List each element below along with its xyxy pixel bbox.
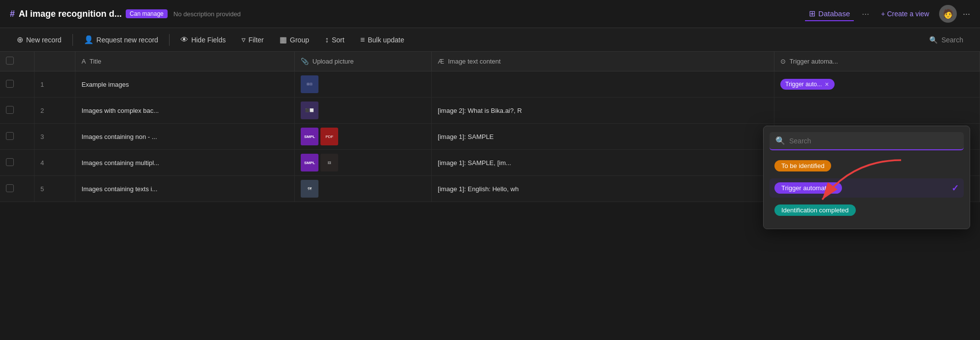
dropdown-option-identification-completed[interactable]: Identification completed [770,201,964,220]
row-checkbox-2[interactable] [6,106,14,114]
request-record-label: Request new record [97,36,158,44]
cell-title-2: Images with complex bac... [75,98,295,124]
row-checkbox-4[interactable] [6,158,14,166]
row-num-5: 5 [40,185,44,193]
thumbnail-5-1: 🗺 [301,180,318,198]
table-container: A Title 📎 Upload picture Æ Image text co… [0,52,980,202]
dropdown-option-trigger-automation[interactable]: Trigger automation ✓ [770,178,964,198]
col-upload: 📎 Upload picture [295,52,432,71]
title-area: # AI image recognition d... Can manage N… [10,9,241,19]
new-record-button[interactable]: ⊕ New record [10,32,69,47]
table-row: 2 Images with complex bac... ⬛⬜ [image 2… [0,98,980,124]
bulk-update-icon: ≡ [360,35,365,44]
trigger-col-icon: ⊙ [780,58,786,65]
trigger-badge-label: Trigger auto... [785,81,822,88]
header-actions: 🧑 ··· [939,5,970,23]
col-title: A Title [75,52,295,71]
hide-fields-label: Hide Fields [191,36,226,44]
cell-checkbox-2[interactable] [0,98,34,124]
new-record-label: New record [26,36,62,44]
upload-col-icon: 📎 [301,58,309,65]
filter-icon: ▿ [242,35,245,44]
avatar[interactable]: 🧑 [939,5,957,23]
cell-checkbox-3[interactable] [0,124,34,150]
cell-checkbox-4[interactable] [0,150,34,176]
table-row: 1 Example images ⊞⊟ Trigger auto... × [0,71,980,98]
cell-num-2: 2 [34,98,75,124]
thumbnail-3-1: SMPL [301,128,318,145]
cell-imagetext-4: [image 1]: SAMPLE, [im... [432,150,774,176]
col-num [34,52,75,71]
cell-title-4: Images containing multipl... [75,150,295,176]
cell-num-3: 3 [34,124,75,150]
cell-images-3: SMPL PDF [301,128,425,145]
thumbnail-4-1: SMPL [301,154,318,171]
cell-trigger-1: Trigger auto... × [774,71,980,98]
cell-num-1: 1 [34,71,75,98]
thumbnail-4-2: 🖼 [320,154,338,171]
bulk-update-label: Bulk update [368,36,404,44]
cell-upload-4: SMPL 🖼 [295,150,432,176]
row-title-2: Images with complex bac... [81,107,159,114]
option-label-to-be-identified: To be identified [774,160,831,171]
row-imagetext-4: [image 1]: SAMPLE, [im... [438,159,511,167]
sort-button[interactable]: ↕ Sort [318,33,351,47]
database-icon: ⊞ [809,9,815,18]
cell-images-4: SMPL 🖼 [301,154,425,171]
row-imagetext-3: [image 1]: SAMPLE [438,133,493,140]
dropdown-search-box[interactable]: 🔍 [770,132,964,150]
row-num-1: 1 [40,81,44,88]
cell-imagetext-2: [image 2]: What is Bika.ai?, R [432,98,774,124]
can-manage-badge: Can manage [126,9,168,18]
search-label: Search [942,36,963,44]
option-label-trigger-automation: Trigger automation [774,182,842,194]
cell-images-2: ⬛⬜ [301,102,425,119]
database-tab[interactable]: ⊞ Database [805,7,854,21]
row-checkbox-1[interactable] [6,80,14,88]
hide-fields-button[interactable]: 👁 Hide Fields [174,33,233,47]
group-button[interactable]: ▦ Group [273,32,316,47]
cell-imagetext-5: [image 1]: English: Hello, wh [432,176,774,202]
separator-1 [72,34,73,46]
filter-button[interactable]: ▿ Filter [235,32,271,47]
request-record-button[interactable]: 👤 Request new record [77,32,165,47]
row-title-4: Images containing multipl... [81,159,159,167]
row-title-1: Example images [81,81,129,88]
row-checkbox-5[interactable] [6,184,14,192]
request-record-icon: 👤 [84,35,94,44]
database-tab-label: Database [818,9,850,18]
col-title-label: Title [89,58,101,65]
app-header: # AI image recognition d... Can manage N… [0,0,980,28]
cell-imagetext-1 [432,71,774,98]
cell-images-1: ⊞⊟ [301,75,425,93]
col-upload-label: Upload picture [313,58,354,65]
cell-trigger-2 [774,98,980,124]
trigger-dropdown: 🔍 To be identified Trigger automation ✓ … [763,126,970,229]
option-label-identification-completed: Identification completed [774,204,856,216]
bulk-update-button[interactable]: ≡ Bulk update [353,33,411,47]
row-imagetext-5: [image 1]: English: Hello, wh [438,185,519,193]
group-label: Group [290,36,309,44]
search-button[interactable]: 🔍 Search [922,33,970,47]
row-checkbox-3[interactable] [6,132,14,140]
cell-title-5: Images containing texts i... [75,176,295,202]
create-view-button[interactable]: + Create a view [877,8,933,20]
header-nav: ⊞ Database ··· + Create a view [805,7,933,21]
thumbnail-1-1: ⊞⊟ [301,75,318,93]
header-three-dots[interactable]: ··· [963,9,970,19]
header-checkbox[interactable] [6,57,14,65]
cell-checkbox-5[interactable] [0,176,34,202]
dropdown-option-to-be-identified[interactable]: To be identified [770,156,964,175]
cell-imagetext-3: [image 1]: SAMPLE [432,124,774,150]
toolbar: ⊕ New record 👤 Request new record 👁 Hide… [0,28,980,52]
cell-checkbox-1[interactable] [0,71,34,98]
row-num-4: 4 [40,159,44,167]
col-image-text: Æ Image text content [432,52,774,71]
nav-more-dots[interactable]: ··· [862,9,869,19]
cell-num-4: 4 [34,150,75,176]
title-col-icon: A [81,58,86,65]
dropdown-search-icon: 🔍 [775,136,785,145]
separator-2 [169,34,170,46]
dropdown-search-input[interactable] [789,137,958,145]
trigger-badge-close[interactable]: × [825,80,829,88]
